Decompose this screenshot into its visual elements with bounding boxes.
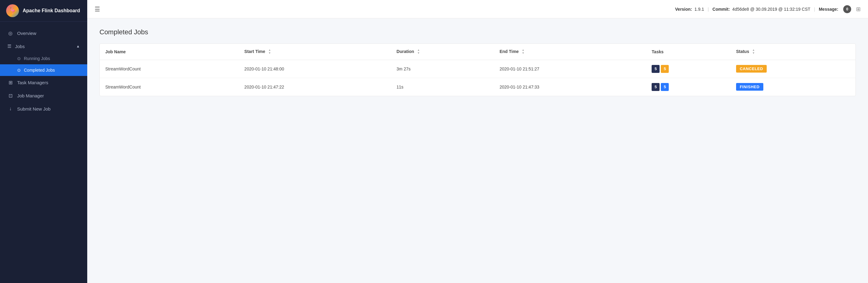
cell-job-name: StreamWordCount bbox=[100, 78, 239, 96]
cell-status: CANCELED bbox=[731, 60, 856, 78]
message-label: Message: bbox=[819, 7, 838, 12]
sidebar-item-task-managers[interactable]: ⊞ Task Managers bbox=[0, 76, 87, 89]
cell-status: FINISHED bbox=[731, 78, 856, 96]
col-duration[interactable]: Duration ▲▼ bbox=[391, 44, 494, 60]
sidebar-item-job-manager[interactable]: ⊡ Job Manager bbox=[0, 89, 87, 102]
submit-job-icon: ↓ bbox=[7, 106, 13, 112]
commit-value: 4d56de8 @ 30.09.2019 @ 11:32:19 CST bbox=[733, 7, 810, 12]
cell-duration: 11s bbox=[391, 78, 494, 96]
sort-status-icon: ▲▼ bbox=[752, 49, 755, 55]
grid-icon[interactable]: ⊞ bbox=[856, 6, 861, 12]
sidebar-item-overview[interactable]: ◎ Overview bbox=[0, 27, 87, 40]
task-managers-label: Task Managers bbox=[17, 80, 49, 85]
task-managers-icon: ⊞ bbox=[7, 80, 13, 85]
cell-end-time: 2020-01-10 21:47:33 bbox=[494, 78, 646, 96]
submit-new-job-label: Submit New Job bbox=[17, 106, 51, 112]
sort-duration-icon: ▲▼ bbox=[417, 49, 420, 55]
jobs-table-container: Job Name Start Time ▲▼ Duration ▲▼ End T… bbox=[99, 44, 856, 96]
page-title: Completed Jobs bbox=[99, 28, 856, 36]
job-manager-icon: ⊡ bbox=[7, 93, 13, 98]
task-badge-dark: 5 bbox=[652, 65, 659, 73]
jobs-label: Jobs bbox=[15, 44, 25, 49]
cell-tasks: 5 5 bbox=[646, 78, 731, 96]
sort-end-time-icon: ▲▼ bbox=[522, 49, 525, 55]
cell-job-name: StreamWordCount bbox=[100, 60, 239, 78]
status-badge: FINISHED bbox=[736, 83, 763, 91]
cell-start-time: 2020-01-10 21:47:22 bbox=[239, 78, 391, 96]
nav-list: ◎ Overview ☰ Jobs ▲ ⊙ Running Jobs ⊙ Com… bbox=[0, 22, 87, 283]
message-count-badge: 0 bbox=[843, 5, 851, 13]
topbar: ☰ Version: 1.9.1 | Commit: 4d56de8 @ 30.… bbox=[87, 0, 868, 18]
jobs-table-body: StreamWordCount 2020-01-10 21:48:00 3m 2… bbox=[100, 60, 856, 96]
completed-jobs-table: Job Name Start Time ▲▼ Duration ▲▼ End T… bbox=[100, 44, 856, 96]
app-title: Apache Flink Dashboard bbox=[23, 8, 80, 13]
sidebar: 🦩 Apache Flink Dashboard ◎ Overview ☰ Jo… bbox=[0, 0, 87, 283]
col-end-time[interactable]: End Time ▲▼ bbox=[494, 44, 646, 60]
divider-1: | bbox=[708, 7, 709, 12]
version-value: 1.9.1 bbox=[694, 7, 704, 12]
sidebar-item-completed-jobs[interactable]: ⊙ Completed Jobs bbox=[0, 64, 87, 76]
message-badge-container[interactable]: 0 bbox=[843, 5, 851, 13]
running-jobs-label: Running Jobs bbox=[24, 56, 50, 61]
cell-start-time: 2020-01-10 21:48:00 bbox=[239, 60, 391, 78]
sidebar-header: 🦩 Apache Flink Dashboard bbox=[0, 0, 87, 22]
commit-label: Commit: bbox=[713, 7, 730, 12]
cell-tasks: 5 5 bbox=[646, 60, 731, 78]
sidebar-item-jobs[interactable]: ☰ Jobs ▲ bbox=[0, 40, 87, 53]
sidebar-item-submit-new-job[interactable]: ↓ Submit New Job bbox=[0, 102, 87, 115]
sort-start-time-icon: ▲▼ bbox=[268, 49, 271, 55]
divider-2: | bbox=[814, 7, 815, 12]
completed-jobs-icon: ⊙ bbox=[17, 68, 21, 73]
table-row[interactable]: StreamWordCount 2020-01-10 21:48:00 3m 2… bbox=[100, 60, 856, 78]
cell-end-time: 2020-01-10 21:51:27 bbox=[494, 60, 646, 78]
job-manager-label: Job Manager bbox=[17, 93, 44, 98]
topbar-info: Version: 1.9.1 | Commit: 4d56de8 @ 30.09… bbox=[675, 7, 838, 12]
app-logo: 🦩 bbox=[6, 4, 19, 17]
overview-label: Overview bbox=[17, 31, 36, 36]
main-area: ☰ Version: 1.9.1 | Commit: 4d56de8 @ 30.… bbox=[87, 0, 868, 283]
table-header-row: Job Name Start Time ▲▼ Duration ▲▼ End T… bbox=[100, 44, 856, 60]
menu-icon[interactable]: ☰ bbox=[95, 5, 100, 13]
completed-jobs-label: Completed Jobs bbox=[24, 68, 55, 73]
status-badge: CANCELED bbox=[736, 65, 767, 73]
col-tasks: Tasks bbox=[646, 44, 731, 60]
cell-duration: 3m 27s bbox=[391, 60, 494, 78]
jobs-icon: ☰ bbox=[7, 44, 11, 49]
table-row[interactable]: StreamWordCount 2020-01-10 21:47:22 11s … bbox=[100, 78, 856, 96]
task-badge-colored: 5 bbox=[661, 83, 669, 91]
sidebar-item-running-jobs[interactable]: ⊙ Running Jobs bbox=[0, 53, 87, 64]
version-label: Version: bbox=[675, 7, 692, 12]
chevron-up-icon: ▲ bbox=[76, 44, 80, 48]
task-badge-dark: 5 bbox=[652, 83, 659, 91]
col-status[interactable]: Status ▲▼ bbox=[731, 44, 856, 60]
col-start-time[interactable]: Start Time ▲▼ bbox=[239, 44, 391, 60]
running-jobs-icon: ⊙ bbox=[17, 56, 21, 61]
content-area: Completed Jobs Job Name Start Time ▲▼ Du… bbox=[87, 18, 868, 283]
overview-icon: ◎ bbox=[7, 30, 13, 36]
col-job-name: Job Name bbox=[100, 44, 239, 60]
task-badge-colored: 5 bbox=[661, 65, 669, 73]
